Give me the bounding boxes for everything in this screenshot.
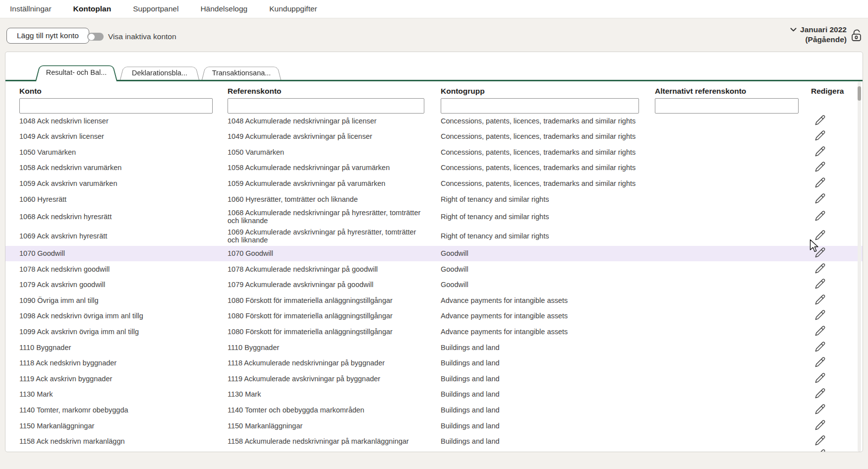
table-row[interactable]: 1098 Ack nedskrivn övriga imm anl tillg …	[5, 308, 863, 324]
kontogrupp-cell: Buildings and land	[441, 342, 655, 353]
konto-cell: 1158 Ack nedskrivn markanläggn	[19, 436, 228, 447]
table-row[interactable]: 1130 Mark 1130 Mark Buildings and land	[5, 387, 863, 403]
scrollbar-thumb[interactable]	[858, 86, 861, 101]
table-row[interactable]: 1079 Ack avskrivn goodwill 1079 Ackumule…	[5, 277, 863, 293]
table-row[interactable]: 1119 Ack avskrivn byggnader 1119 Ackumul…	[5, 371, 863, 387]
kontogrupp-cell: Right of tenancy and similar rights	[441, 231, 655, 242]
referenskonto-cell: 1080 Förskott för immateriella anläggnin…	[228, 326, 441, 338]
kontogrupp-cell: Buildings and land	[441, 436, 655, 447]
edit-pencil-icon[interactable]	[814, 372, 826, 386]
referenskonto-cell: 1049 Ackumulerade avskrivningar på licen…	[228, 131, 441, 142]
table-row[interactable]: 1118 Ack nedskrivn byggnader 1118 Ackumu…	[5, 355, 863, 371]
referenskonto-cell: 1130 Mark	[228, 389, 441, 400]
kontogrupp-cell: Goodwill	[441, 279, 655, 291]
table-row[interactable]: 1090 Övriga imm anl tillg 1080 Förskott …	[5, 293, 863, 308]
referenskonto-cell: 1079 Ackumulerade avskrivningar på goodw…	[228, 279, 441, 291]
table-row[interactable]: 1078 Ack nedskrivn goodwill 1078 Ackumul…	[5, 261, 863, 277]
edit-pencil-icon[interactable]	[814, 114, 826, 128]
edit-pencil-icon[interactable]	[814, 309, 826, 323]
referenskonto-filter-input[interactable]	[228, 98, 424, 114]
edit-pencil-icon[interactable]	[814, 387, 826, 402]
konto-filter-input[interactable]	[19, 98, 213, 114]
tab[interactable]: Deklarationsbla...	[120, 65, 199, 80]
table-row[interactable]: 1050 Varumärken 1050 Varumärken Concessi…	[5, 144, 863, 160]
edit-pencil-icon[interactable]	[814, 325, 826, 339]
table-row[interactable]: 1049 Ack avskrivn licenser 1049 Ackumule…	[5, 129, 863, 145]
edit-pencil-icon[interactable]	[814, 341, 826, 355]
edit-pencil-icon[interactable]	[814, 293, 826, 308]
table-row[interactable]: 1069 Ack avskrivn hyresrätt 1069 Ackumul…	[5, 227, 863, 246]
edit-pencil-icon[interactable]	[814, 434, 826, 449]
tab[interactable]: Transaktionsana...	[202, 65, 281, 80]
edit-pencil-icon[interactable]	[814, 278, 826, 292]
period-line2: (Pågående)	[790, 35, 847, 45]
konto-cell: 1130 Mark	[19, 389, 228, 400]
column-header-redigera: Redigera	[811, 87, 851, 96]
alt-referenskonto-cell	[655, 119, 811, 122]
edit-pencil-icon[interactable]	[814, 419, 826, 433]
nav-item-inställningar[interactable]: Inställningar	[10, 4, 52, 13]
nav-item-händelselogg[interactable]: Händelselogg	[200, 4, 247, 13]
column-header-kontogrupp: Kontogrupp	[441, 87, 655, 96]
referenskonto-cell: 1059 Ackumulerade avskrivningar på varum…	[228, 178, 441, 189]
table-row[interactable]: 1099 Ack avskrivn övriga imm anl tillg 1…	[5, 324, 863, 340]
edit-pencil-icon[interactable]	[814, 356, 826, 370]
table-header-row: Konto Referenskonto Kontogrupp Alternati…	[5, 87, 863, 96]
edit-pencil-icon[interactable]	[814, 129, 826, 144]
table-row[interactable]: 1158 Ack nedskrivn markanläggn 1158 Acku…	[5, 434, 863, 450]
period-selector[interactable]: Januari 2022 (Pågående)	[790, 25, 847, 44]
edit-pencil-icon[interactable]	[814, 448, 826, 452]
edit-pencil-icon[interactable]	[814, 192, 826, 207]
table-row[interactable]: 1059 Ack avskrivn varumärken 1059 Ackumu…	[5, 176, 863, 191]
edit-pencil-icon[interactable]	[814, 161, 826, 175]
nav-item-supportpanel[interactable]: Supportpanel	[133, 4, 178, 13]
edit-pencil-icon[interactable]	[814, 229, 826, 243]
konto-cell: 1059 Ack avskrivn varumärken	[19, 178, 228, 189]
table-row[interactable]: 1140 Tomter, markomr obebyggda 1140 Tomt…	[5, 403, 863, 418]
konto-cell: 1119 Ack avskrivn byggnader	[19, 373, 228, 385]
edit-pencil-icon[interactable]	[814, 176, 826, 191]
kontogrupp-cell: Goodwill	[441, 264, 655, 275]
alt-referenskonto-cell	[655, 315, 811, 318]
kontogrupp-filter-input[interactable]	[441, 98, 639, 114]
table-row[interactable]: 1070 Goodwill 1070 Goodwill Goodwill	[5, 246, 863, 262]
table-row[interactable]: 1060 Hyresrätt 1060 Hyresrätter, tomträt…	[5, 191, 863, 207]
table-row[interactable]: 1150 Markanläggningar 1150 Markanläggnin…	[5, 418, 863, 434]
kontogrupp-cell: Concessions, patents, licences, trademar…	[441, 131, 655, 142]
alt-referenskonto-filter-input[interactable]	[655, 98, 799, 114]
add-account-button[interactable]: Lägg till nytt konto	[6, 28, 89, 44]
table-row[interactable]: 1048 Ack nedskrivn licenser 1048 Ackumul…	[5, 113, 863, 129]
table-row[interactable]: 1068 Ack nedskrivn hyresrätt 1068 Ackumu…	[5, 207, 863, 227]
konto-cell: 1090 Övriga imm anl tillg	[19, 295, 228, 306]
kontogrupp-cell: Buildings and land	[441, 389, 655, 400]
alt-referenskonto-cell	[655, 182, 811, 185]
kontogrupp-cell: Goodwill	[441, 248, 655, 259]
referenskonto-cell: 1050 Varumärken	[228, 147, 441, 158]
filter-row	[5, 98, 863, 114]
table-row[interactable]: 1058 Ack nedskrivn varumärken 1058 Ackum…	[5, 160, 863, 176]
kontogrupp-cell: Concessions, patents, licences, trademar…	[441, 178, 655, 189]
alt-referenskonto-cell	[655, 252, 811, 255]
kontogrupp-cell: Concessions, patents, licences, trademar…	[441, 147, 655, 158]
lock-open-icon[interactable]	[850, 28, 863, 44]
referenskonto-cell: 1070 Goodwill	[228, 248, 441, 259]
edit-pencil-icon[interactable]	[814, 145, 826, 160]
edit-pencil-icon[interactable]	[814, 210, 826, 224]
konto-cell: 1069 Ack avskrivn hyresrätt	[19, 231, 228, 242]
nav-item-kunduppgifter[interactable]: Kunduppgifter	[269, 4, 317, 13]
konto-cell: 1098 Ack nedskrivn övriga imm anl tillg	[19, 310, 228, 322]
edit-pencil-icon[interactable]	[814, 403, 826, 417]
kontogrupp-cell: Concessions, patents, licences, trademar…	[441, 162, 655, 174]
tab[interactable]: Resultat- och Bal...	[35, 63, 117, 81]
chevron-down-icon[interactable]	[790, 25, 797, 33]
kontogrupp-cell: Advance payments for intangible assets	[441, 310, 655, 322]
kontogrupp-cell: Buildings and land	[441, 405, 655, 416]
edit-pencil-icon[interactable]	[814, 262, 826, 277]
alt-referenskonto-cell	[655, 377, 811, 380]
edit-pencil-icon[interactable]	[814, 246, 826, 261]
table-row[interactable]: 1110 Byggnader 1110 Byggnader Buildings …	[5, 340, 863, 355]
show-inactive-toggle[interactable]	[87, 33, 104, 41]
nav-item-kontoplan[interactable]: Kontoplan	[73, 4, 112, 13]
scrollbar-track[interactable]	[858, 81, 861, 452]
referenskonto-cell: 1060 Hyresrätter, tomträtter och liknand…	[228, 194, 441, 205]
